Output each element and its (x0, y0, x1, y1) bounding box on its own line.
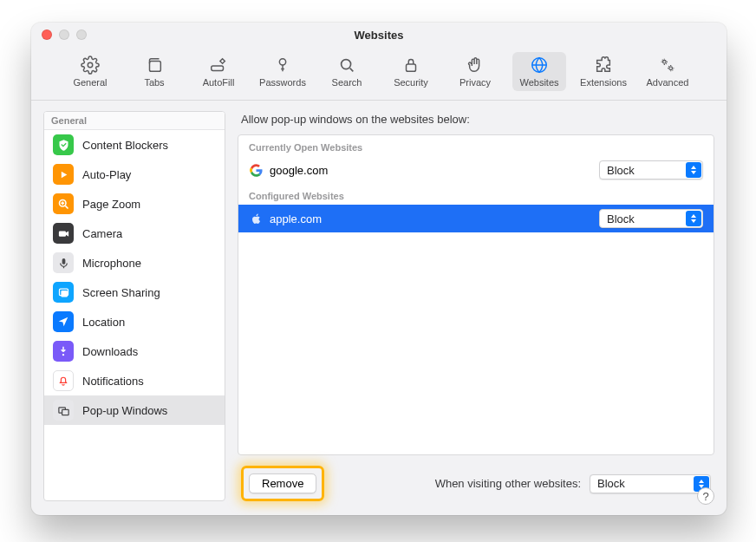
sidebar-item-camera[interactable]: Camera (44, 219, 225, 248)
svg-point-3 (279, 59, 285, 65)
site-row[interactable]: google.com Block (238, 156, 714, 184)
lock-icon (401, 56, 420, 75)
download-icon (53, 341, 74, 362)
svg-rect-1 (150, 61, 161, 71)
preferences-toolbar: General Tabs AutoFill Passwords Search S… (31, 47, 727, 101)
sidebar-item-page-zoom[interactable]: Page Zoom (44, 189, 225, 219)
pencil-icon (209, 56, 228, 75)
main-panel: Allow pop-up windows on the websites bel… (238, 111, 714, 501)
sidebar-item-downloads[interactable]: Downloads (44, 336, 225, 366)
tab-tabs[interactable]: Tabs (127, 52, 181, 91)
tab-passwords[interactable]: Passwords (256, 52, 310, 91)
popup-windows-icon (53, 400, 74, 421)
microphone-icon (53, 252, 74, 273)
policy-select[interactable]: Block (599, 160, 703, 180)
svg-rect-2 (212, 66, 224, 71)
main-panel-title: Allow pop-up windows on the websites bel… (238, 111, 714, 134)
sidebar-item-label: Page Zoom (82, 198, 140, 211)
other-websites-control: When visiting other websites: Block (435, 474, 711, 493)
select-value: Block (607, 164, 635, 177)
other-websites-label: When visiting other websites: (435, 477, 581, 490)
help-label: ? (702, 490, 708, 503)
tab-label: Search (332, 77, 362, 88)
help-button[interactable]: ? (697, 487, 714, 505)
sidebar-item-label: Downloads (82, 345, 138, 358)
tab-security[interactable]: Security (384, 52, 438, 91)
tab-label: Extensions (580, 77, 627, 88)
svg-point-0 (88, 62, 93, 68)
svg-rect-11 (62, 258, 65, 264)
bell-icon (53, 370, 74, 391)
puzzle-icon (594, 56, 613, 75)
sidebar-item-label: Pop-up Windows (82, 404, 167, 417)
tab-websites[interactable]: Websites (512, 52, 566, 91)
sidebar-item-location[interactable]: Location (44, 307, 225, 336)
select-value: Block (597, 477, 625, 490)
remove-highlight: Remove (241, 466, 324, 501)
svg-point-8 (669, 67, 673, 70)
stepper-arrows-icon (686, 211, 701, 226)
svg-point-7 (663, 61, 667, 64)
sidebar-item-screen-sharing[interactable]: Screen Sharing (44, 278, 225, 307)
preferences-window: Websites General Tabs AutoFill Passwords… (31, 23, 727, 515)
tab-label: Passwords (259, 77, 306, 88)
google-favicon-icon (249, 163, 263, 177)
tab-extensions[interactable]: Extensions (577, 52, 630, 91)
site-name: google.com (270, 164, 592, 177)
sidebar-item-label: Content Blockers (82, 139, 168, 152)
website-list: Currently Open Websites google.com Block… (238, 134, 714, 455)
tab-label: Websites (519, 77, 558, 88)
policy-select[interactable]: Block (599, 209, 703, 228)
svg-rect-13 (62, 291, 67, 296)
remove-button[interactable]: Remove (249, 473, 316, 493)
sidebar-item-label: Screen Sharing (82, 286, 160, 299)
select-value: Block (607, 212, 635, 225)
tab-search[interactable]: Search (320, 52, 374, 91)
svg-rect-5 (407, 64, 416, 71)
tab-privacy[interactable]: Privacy (448, 52, 502, 91)
window-title: Websites (31, 29, 727, 42)
svg-rect-16 (62, 409, 68, 415)
sidebar-header: General (44, 112, 225, 130)
stepper-arrows-icon (686, 162, 701, 178)
sidebar: General Content Blockers Auto-Play Page … (43, 111, 225, 501)
tab-label: Security (394, 77, 428, 88)
tab-general[interactable]: General (63, 52, 117, 91)
tab-label: Tabs (144, 77, 164, 88)
sidebar-item-microphone[interactable]: Microphone (44, 248, 225, 278)
content-area: General Content Blockers Auto-Play Page … (31, 101, 727, 515)
gears-icon (658, 56, 677, 75)
svg-point-4 (342, 60, 351, 69)
sidebar-item-label: Camera (82, 227, 122, 240)
tab-label: Advanced (647, 77, 689, 88)
zoom-icon (53, 193, 74, 214)
section-configured-websites: Configured Websites (238, 184, 714, 205)
site-row[interactable]: apple.com Block (238, 205, 714, 232)
other-websites-select[interactable]: Block (590, 474, 711, 493)
location-arrow-icon (53, 311, 74, 332)
sidebar-item-label: Auto-Play (82, 168, 131, 181)
sidebar-item-label: Microphone (82, 257, 141, 270)
sidebar-item-notifications[interactable]: Notifications (44, 366, 225, 395)
tab-label: Privacy (459, 77, 491, 88)
site-name: apple.com (270, 212, 592, 225)
sidebar-item-label: Notifications (82, 375, 144, 388)
tab-autofill[interactable]: AutoFill (192, 52, 245, 91)
sidebar-item-popup-windows[interactable]: Pop-up Windows (44, 395, 225, 425)
section-open-websites: Currently Open Websites (238, 135, 714, 156)
footer-row: Remove When visiting other websites: Blo… (238, 455, 714, 501)
tabs-icon (145, 56, 164, 75)
globe-icon (530, 56, 549, 75)
sidebar-item-auto-play[interactable]: Auto-Play (44, 160, 225, 189)
svg-point-14 (62, 354, 64, 356)
tab-label: General (73, 77, 107, 88)
titlebar: Websites (31, 23, 727, 47)
sidebar-item-content-blockers[interactable]: Content Blockers (44, 130, 225, 160)
svg-rect-10 (58, 231, 65, 236)
camera-icon (53, 223, 74, 244)
tab-label: AutoFill (203, 77, 235, 88)
shield-check-icon (53, 134, 74, 155)
tab-advanced[interactable]: Advanced (641, 52, 694, 91)
play-icon (53, 164, 74, 185)
screen-sharing-icon (53, 282, 74, 303)
